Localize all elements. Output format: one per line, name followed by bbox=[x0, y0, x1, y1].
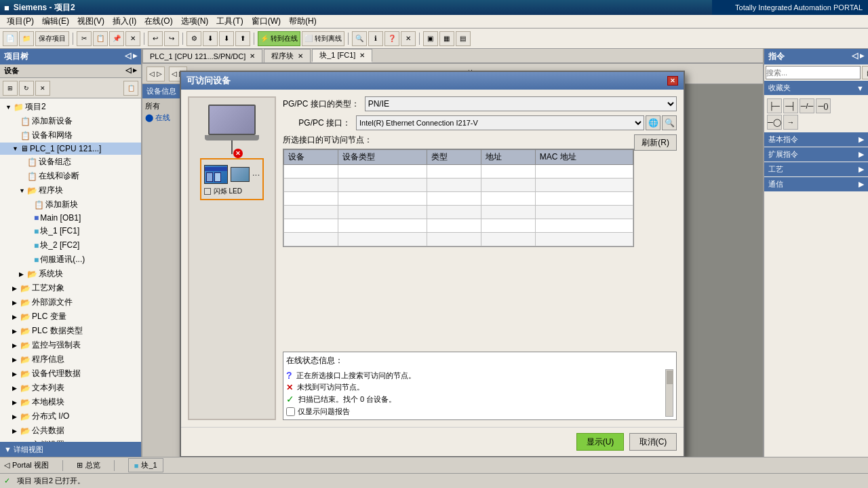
menu-help[interactable]: 帮助(H) bbox=[285, 16, 321, 27]
menu-project[interactable]: 项目(P) bbox=[3, 16, 38, 27]
paste-button[interactable]: 📌 bbox=[109, 31, 124, 46]
tab-plc1[interactable]: PLC_1 [CPU 121...S/PN/DC] ✕ bbox=[142, 49, 262, 62]
menu-edit[interactable]: 编辑(E) bbox=[38, 16, 73, 27]
toggle-btn[interactable]: ◁ ▷ bbox=[146, 67, 165, 81]
menu-online[interactable]: 在线(O) bbox=[140, 16, 176, 27]
undo-button[interactable]: ↩ bbox=[148, 31, 163, 46]
menu-tools[interactable]: 工具(T) bbox=[212, 16, 247, 27]
search-button[interactable]: 🔍 bbox=[352, 31, 367, 46]
tree-item-block2[interactable]: ■ 块_2 [FC2] bbox=[0, 238, 141, 252]
save-button[interactable]: 保存项目 bbox=[35, 31, 69, 46]
col-device-type: 设备类型 bbox=[338, 150, 427, 165]
tree-item-textlist[interactable]: ▶ 📂 文本列表 bbox=[0, 381, 141, 395]
menu-insert[interactable]: 插入(I) bbox=[108, 16, 140, 27]
tree-item-online-diag[interactable]: 📋 在线和诊断 bbox=[0, 169, 141, 183]
tab-block1-close[interactable]: ✕ bbox=[359, 52, 365, 59]
show-problems-checkbox[interactable] bbox=[286, 407, 295, 416]
new-project-button[interactable]: 📄 bbox=[3, 31, 18, 46]
view-list-button[interactable]: ▤ bbox=[862, 66, 868, 79]
device-boxes: ··· bbox=[204, 165, 260, 184]
hline-open-icon[interactable]: ├─ bbox=[767, 98, 782, 113]
tree-item-project[interactable]: ▼ 📁 项目2 bbox=[0, 100, 141, 114]
tree-item-plc-datatypes[interactable]: ▶ 📂 PLC 数据类型 bbox=[0, 324, 141, 338]
tree-item-common-data[interactable]: ▶ 📂 公共数据 bbox=[0, 424, 141, 438]
open-button[interactable]: 📁 bbox=[19, 31, 34, 46]
coil-icon[interactable]: ─() bbox=[816, 98, 831, 113]
dialog-close-button[interactable]: ✕ bbox=[667, 76, 678, 86]
basic-instructions-header[interactable]: 基本指令 ▶ bbox=[764, 132, 868, 147]
tab-program-blocks-close[interactable]: ✕ bbox=[298, 52, 303, 60]
delete-button[interactable]: ✕ bbox=[125, 31, 140, 46]
compile-button[interactable]: ⚙ bbox=[186, 31, 201, 46]
redo-button[interactable]: ↪ bbox=[164, 31, 179, 46]
tree-item-dist-io[interactable]: ▶ 📂 分布式 I/O bbox=[0, 409, 141, 424]
menu-view[interactable]: 视图(V) bbox=[73, 16, 108, 27]
tree-item-plc1[interactable]: ▼ 🖥 PLC_1 [CPU 121...] bbox=[0, 143, 141, 155]
tree-item-devices-networks[interactable]: 📋 设备和网络 bbox=[0, 128, 141, 143]
info-button[interactable]: ℹ bbox=[368, 31, 383, 46]
upload-button[interactable]: ⬆ bbox=[235, 31, 250, 46]
tree-item-plc-vars[interactable]: ▶ 📂 PLC 变量 bbox=[0, 309, 141, 324]
download-button[interactable]: ⬇ bbox=[203, 31, 218, 46]
technology-header[interactable]: 工艺 ▶ bbox=[764, 162, 868, 176]
view2-button[interactable]: ▦ bbox=[439, 31, 454, 46]
tree-item-servo[interactable]: ■ 伺服通讯(...) bbox=[0, 252, 141, 267]
go-offline-button[interactable]: ⬜ 转到离线 bbox=[302, 31, 344, 46]
tree-btn3[interactable]: ✕ bbox=[35, 81, 50, 96]
tab-block1[interactable]: 块_1 [FC1] ✕ bbox=[312, 49, 372, 62]
coil2-icon[interactable]: ─◯ bbox=[767, 115, 782, 130]
copy-button[interactable]: 📋 bbox=[93, 31, 108, 46]
hline-close-icon[interactable]: ─┤ bbox=[783, 98, 798, 113]
tree-item-program-blocks[interactable]: ▼ 📂 程序块 bbox=[0, 183, 141, 198]
tree-item-tech-objects[interactable]: ▶ 📂 工艺对象 bbox=[0, 281, 141, 295]
diag-button[interactable]: ❓ bbox=[384, 31, 399, 46]
tree-item-main-ob1[interactable]: ■ Main [OB1] bbox=[0, 212, 141, 224]
tree-btn1[interactable]: ⊞ bbox=[3, 81, 18, 96]
cancel-button[interactable]: 取消(C) bbox=[629, 433, 677, 451]
portal-view-section[interactable]: ◁ Portal 视图 bbox=[4, 460, 49, 470]
favorites-section-header[interactable]: 收藏夹 ▼ bbox=[764, 81, 868, 95]
pgpc-interface-select[interactable]: Intel(R) Ethernet Connection I217-V bbox=[356, 115, 644, 130]
tree-item-local-modules[interactable]: ▶ 📂 本地模块 bbox=[0, 395, 141, 409]
tree-item-monitor[interactable]: ▶ 📂 监控与强制表 bbox=[0, 338, 141, 352]
total-section[interactable]: ⊞ 总览 bbox=[77, 460, 100, 470]
view1-button[interactable]: ▣ bbox=[423, 31, 438, 46]
tree-item-ext-src[interactable]: ▶ 📂 外部源文件 bbox=[0, 295, 141, 309]
tree-btn2[interactable]: ↻ bbox=[19, 81, 34, 96]
go-online-button[interactable]: ⚡ 转到在线 bbox=[258, 31, 300, 46]
download2-button[interactable]: ⬇ bbox=[219, 31, 234, 46]
flash-led-checkbox[interactable] bbox=[204, 188, 211, 195]
tree-label-lm: 本地模块 bbox=[32, 396, 64, 408]
tab-program-blocks[interactable]: 程序块 ✕ bbox=[264, 49, 311, 62]
cut-button[interactable]: ✂ bbox=[77, 31, 92, 46]
tree-icon-devices: 📋 bbox=[20, 131, 31, 140]
pgpc-type-select[interactable]: PN/IE bbox=[365, 96, 677, 111]
display-button[interactable]: 显示(U) bbox=[576, 433, 624, 451]
hline-no-icon[interactable]: ─/─ bbox=[800, 98, 814, 113]
refresh-button[interactable]: 刷新(R) bbox=[634, 134, 677, 151]
interface-refresh-btn[interactable]: 🌐 bbox=[646, 115, 660, 130]
menu-options[interactable]: 选项(N) bbox=[177, 16, 213, 27]
tree-btn4[interactable]: 📋 bbox=[123, 81, 138, 96]
tab-plc1-close[interactable]: ✕ bbox=[250, 52, 255, 60]
close2-button[interactable]: ✕ bbox=[401, 31, 416, 46]
tree-item-device-config[interactable]: 📋 设备组态 bbox=[0, 155, 141, 169]
tree-item-proxy[interactable]: ▶ 📂 设备代理数据 bbox=[0, 367, 141, 381]
interface-search-btn[interactable]: 🔍 bbox=[662, 115, 677, 130]
tree-item-add-device[interactable]: 📋 添加新设备 bbox=[0, 114, 141, 128]
show-problems-label: 仅显示问题报告 bbox=[298, 407, 350, 417]
tree-item-block1[interactable]: ■ 块_1 [FC1] bbox=[0, 224, 141, 238]
block-section[interactable]: ■ 块_1 bbox=[128, 458, 163, 472]
move-icon[interactable]: → bbox=[783, 115, 798, 130]
tree-item-prog-info[interactable]: ▶ 📂 程序信息 bbox=[0, 352, 141, 367]
menu-window[interactable]: 窗口(W) bbox=[248, 16, 285, 27]
view3-button[interactable]: ▤ bbox=[456, 31, 471, 46]
tree-label-blocks: 程序块 bbox=[39, 185, 63, 196]
detail-view[interactable]: ▼ 详细视图 bbox=[0, 442, 141, 457]
instructions-search-input[interactable] bbox=[766, 66, 861, 79]
tree-item-system-blocks[interactable]: ▶ 📂 系统块 bbox=[0, 267, 141, 281]
extended-instructions-header[interactable]: 扩展指令 ▶ bbox=[764, 147, 868, 162]
tree-item-add-block[interactable]: 📋 添加新块 bbox=[0, 198, 141, 212]
main-area: 项目树 ◁ ▸ 设备 ◁ ▸ ⊞ ↻ ✕ 📋 ▼ 📁 项目2 📋 bbox=[0, 49, 868, 457]
communication-header[interactable]: 通信 ▶ bbox=[764, 177, 868, 191]
